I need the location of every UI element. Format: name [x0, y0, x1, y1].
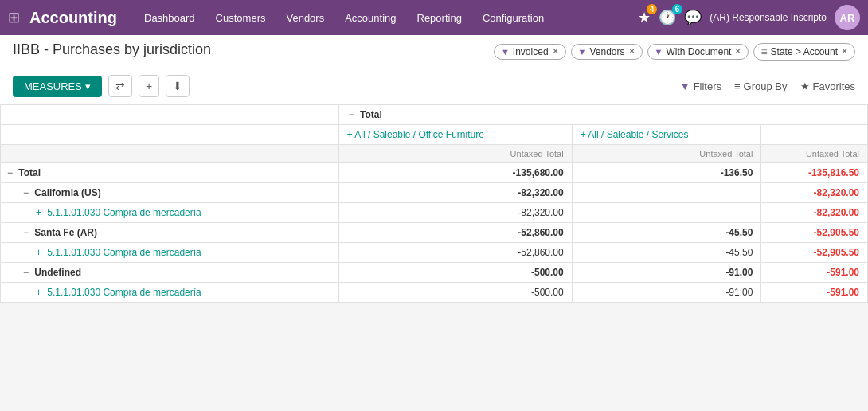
star-notifications[interactable]: ★ 4: [638, 9, 651, 26]
table-row: − Santa Fe (AR)-52,860.00-45.50-52,905.5…: [1, 223, 868, 243]
measures-dropdown-icon: ▾: [85, 80, 91, 92]
expand-icon[interactable]: +: [36, 287, 44, 298]
row-value-cell: -135,680.00: [338, 163, 572, 183]
chat-notifications[interactable]: 💬: [684, 9, 702, 26]
row-value-cell: -52,905.50: [761, 243, 868, 263]
row-value-cell: -500.00: [338, 263, 572, 283]
nav-vendors[interactable]: Vendors: [278, 9, 332, 27]
total-group-label: Total: [360, 109, 382, 120]
cell-value: -52,860.00: [518, 247, 563, 258]
filter-icon-vendors: ▼: [578, 47, 587, 57]
active-filters: ▼ Invoiced ✕ ▼ Vendors ✕ ▼ With Document…: [494, 43, 855, 61]
filter-label-vendors: Vendors: [589, 46, 624, 57]
empty-sub-header-cell: [1, 125, 339, 145]
favorites-button[interactable]: ★ Favorites: [800, 80, 855, 92]
row-label-cell: + 5.1.1.01.030 Compra de mercadería: [1, 203, 339, 223]
collapse-icon[interactable]: −: [23, 267, 31, 278]
account-link[interactable]: 5.1.1.01.030 Compra de mercadería: [47, 287, 201, 298]
nav-menu: Dashboard Customers Vendors Accounting R…: [136, 9, 638, 27]
filter-chip-with-document[interactable]: ▼ With Document ✕: [647, 44, 749, 60]
account-link[interactable]: 5.1.1.01.030 Compra de mercadería: [47, 247, 201, 258]
account-link[interactable]: 5.1.1.01.030 Compra de mercadería: [47, 207, 201, 218]
filter-close-invoiced[interactable]: ✕: [552, 46, 559, 57]
cell-value: -500.00: [531, 267, 564, 278]
cell-value: -82,320.00: [814, 187, 859, 198]
cell-value: -135,680.00: [513, 167, 564, 178]
filter-close-with-document[interactable]: ✕: [734, 46, 741, 57]
filter-chip-invoiced[interactable]: ▼ Invoiced ✕: [494, 44, 566, 60]
swap-icon-button[interactable]: ⇄: [108, 75, 132, 97]
filter-close-vendors[interactable]: ✕: [628, 46, 635, 57]
page-title: IIBB - Purchases by jurisdiction: [13, 41, 211, 58]
cell-value: -500.00: [531, 287, 564, 298]
cell-value: -45.50: [725, 227, 753, 238]
nav-dashboard[interactable]: Dashboard: [136, 9, 203, 27]
measures-label: MEASURES: [24, 80, 82, 92]
row-value-cell: -591.00: [761, 283, 868, 303]
row-value-cell: -82,320.00: [338, 183, 572, 203]
app-name: Accounting: [29, 9, 117, 27]
grid-icon[interactable]: ⊞: [8, 9, 20, 26]
col-sub1-header[interactable]: + All / Saleable / Office Furniture: [338, 125, 572, 145]
row-value-cell: -500.00: [338, 283, 572, 303]
col3-metric-label: Untaxed Total: [761, 145, 868, 163]
filter-close-state-account[interactable]: ✕: [841, 46, 848, 57]
filter-chip-vendors[interactable]: ▼ Vendors ✕: [571, 44, 643, 60]
cell-value: -136.50: [721, 167, 753, 178]
expand-icon[interactable]: +: [36, 247, 44, 258]
filter-icon-with-document: ▼: [655, 47, 663, 57]
favorites-label: Favorites: [813, 80, 855, 92]
collapse-icon[interactable]: −: [7, 167, 15, 178]
row-value-cell: [572, 183, 761, 203]
col-sub2-header[interactable]: + All / Saleable / Services: [572, 125, 761, 145]
star-icon: ★: [800, 80, 810, 92]
collapse-total-icon[interactable]: −: [349, 109, 354, 120]
row-label-cell: + 5.1.1.01.030 Compra de mercadería: [1, 243, 339, 263]
cell-value: -591.00: [827, 267, 859, 278]
download-icon-button[interactable]: ⬇: [166, 75, 190, 97]
nav-reporting[interactable]: Reporting: [409, 9, 470, 27]
groupby-button[interactable]: ≡ Group By: [734, 80, 788, 92]
row-label-cell: − Undefined: [1, 263, 339, 283]
filter-label-state-account: State > Account: [771, 46, 838, 57]
add-icon-button[interactable]: +: [139, 75, 159, 97]
row-value-cell: -91.00: [572, 283, 761, 303]
top-right-actions: ★ 4 🕐 6 💬 (AR) Responsable Inscripto AR: [638, 5, 860, 30]
toolbar: MEASURES ▾ ⇄ + ⬇ ▼ Filters ≡ Group By ★ …: [0, 68, 868, 104]
star-badge: 4: [647, 4, 658, 14]
nav-accounting[interactable]: Accounting: [337, 9, 404, 27]
row-value-cell: -45.50: [572, 223, 761, 243]
row-value-cell: -91.00: [572, 263, 761, 283]
groupby-icon: ≡: [734, 80, 741, 92]
top-navigation: ⊞ Accounting Dashboard Customers Vendors…: [0, 0, 868, 35]
collapse-icon[interactable]: −: [23, 227, 31, 238]
pivot-table-container: − Total + All / Saleable / Office Furnit…: [0, 104, 868, 303]
collapse-icon[interactable]: −: [23, 187, 31, 198]
cell-value: -82,320.00: [518, 207, 563, 218]
row-label-cell: − Santa Fe (AR): [1, 223, 339, 243]
table-row: + 5.1.1.01.030 Compra de mercadería-82,3…: [1, 203, 868, 223]
toolbar-right-actions: ▼ Filters ≡ Group By ★ Favorites: [680, 80, 855, 92]
groupby-label: Group By: [744, 80, 788, 92]
row-value-cell: -135,816.50: [761, 163, 868, 183]
measures-button[interactable]: MEASURES ▾: [13, 76, 102, 97]
clock-notifications[interactable]: 🕐 6: [659, 9, 676, 26]
user-name[interactable]: (AR) Responsable Inscripto: [710, 12, 827, 23]
pivot-table: − Total + All / Saleable / Office Furnit…: [0, 104, 868, 303]
col2-metric-label: Untaxed Total: [572, 145, 761, 163]
cell-value: -135,816.50: [808, 167, 859, 178]
cell-value: -91.00: [725, 287, 753, 298]
total-group-header: − Total: [338, 105, 867, 125]
nav-configuration[interactable]: Configuration: [475, 9, 552, 27]
table-row: − California (US)-82,320.00-82,320.00: [1, 183, 868, 203]
expand-icon[interactable]: +: [36, 207, 44, 218]
group-label: Santa Fe (AR): [34, 227, 97, 238]
filter-chip-state-account[interactable]: ≡ State > Account ✕: [753, 43, 855, 61]
table-row: − Total-135,680.00-136.50-135,816.50: [1, 163, 868, 183]
row-value-cell: [572, 203, 761, 223]
filter-label-with-document: With Document: [666, 46, 731, 57]
grid-icon-filter: ≡: [760, 45, 767, 58]
user-avatar[interactable]: AR: [835, 5, 860, 30]
nav-customers[interactable]: Customers: [208, 9, 274, 27]
filters-button[interactable]: ▼ Filters: [680, 80, 721, 92]
